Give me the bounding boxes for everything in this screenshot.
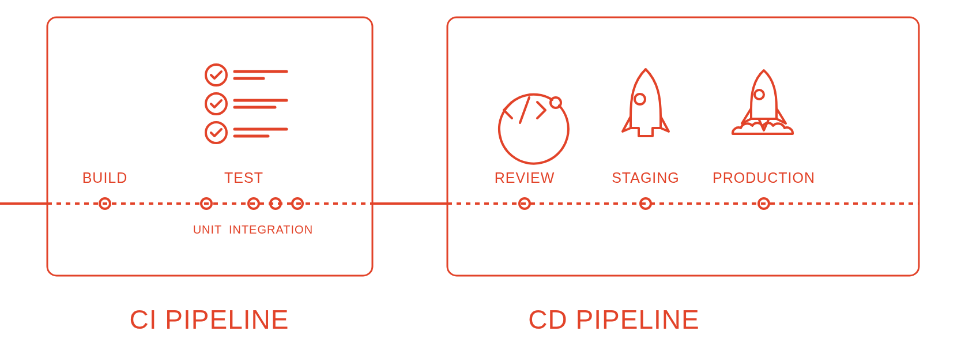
svg-point-9 bbox=[551, 97, 561, 108]
svg-point-11 bbox=[635, 94, 645, 104]
svg-line-10 bbox=[520, 97, 529, 123]
svg-point-0 bbox=[206, 65, 227, 85]
review-stage-label: REVIEW bbox=[495, 170, 555, 186]
ci-pipeline: CI PIPELINE BUILD bbox=[47, 17, 372, 334]
cd-pipeline-title: CD PIPELINE bbox=[528, 304, 699, 334]
svg-point-2 bbox=[206, 122, 227, 143]
production-stage-label: PRODUCTION bbox=[713, 170, 815, 186]
svg-point-12 bbox=[755, 90, 764, 99]
pipeline-axis bbox=[0, 198, 919, 209]
checklist-icon bbox=[206, 65, 287, 143]
integration-sub-label: INTEGRATION bbox=[229, 223, 313, 236]
code-review-icon bbox=[499, 95, 568, 164]
staging-stage-label: STAGING bbox=[612, 170, 680, 186]
rocket-production-icon bbox=[733, 70, 793, 134]
ci-pipeline-title: CI PIPELINE bbox=[130, 304, 289, 334]
cd-pipeline: CD PIPELINE REVIEW bbox=[447, 17, 919, 334]
ci-pipeline-box bbox=[47, 17, 372, 276]
test-stage-label: TEST bbox=[224, 170, 263, 186]
cicd-diagram: CI PIPELINE BUILD bbox=[0, 0, 980, 346]
svg-point-1 bbox=[206, 93, 227, 114]
build-stage-label: BUILD bbox=[82, 170, 128, 186]
cd-pipeline-box bbox=[447, 17, 919, 276]
rocket-staging-icon bbox=[623, 69, 669, 136]
unit-sub-label: UNIT bbox=[193, 223, 223, 236]
